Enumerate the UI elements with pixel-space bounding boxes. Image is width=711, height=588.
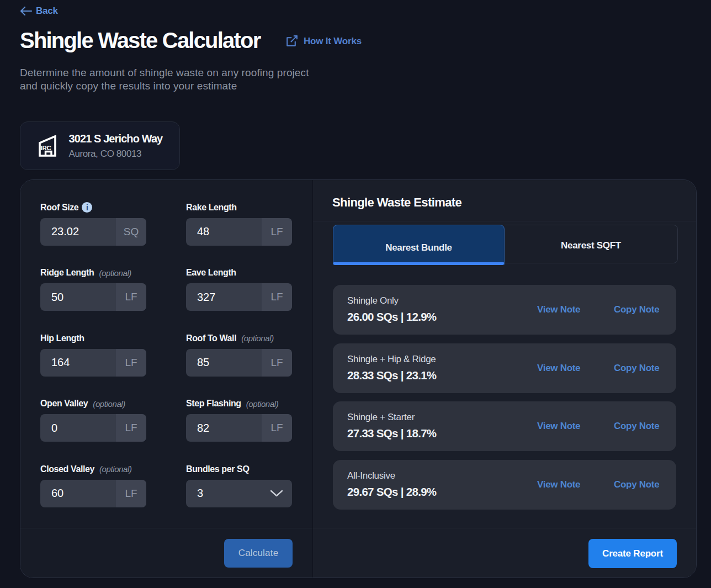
svg-text:IRC: IRC <box>40 144 51 151</box>
